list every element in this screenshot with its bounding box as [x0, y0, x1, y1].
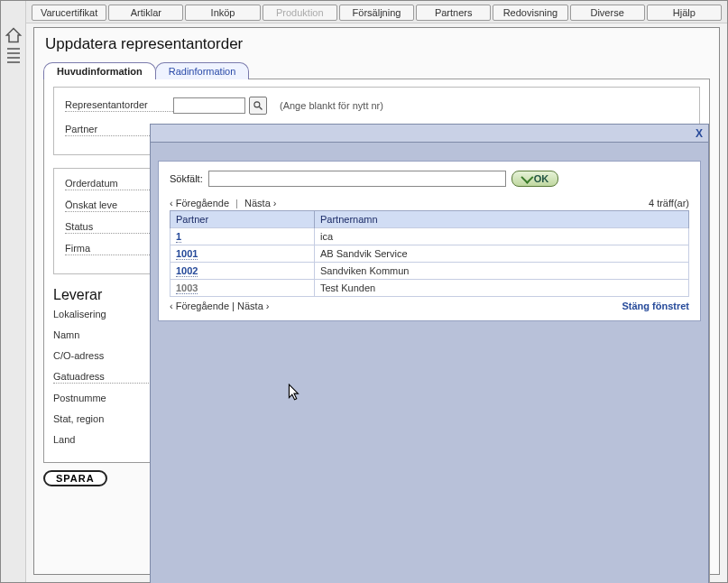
- search-icon: [253, 100, 263, 111]
- search-label: Sökfält:: [170, 173, 203, 184]
- label-namn: Namn: [53, 329, 161, 341]
- ok-button[interactable]: OK: [511, 171, 559, 187]
- table-row[interactable]: 1ica: [170, 228, 689, 245]
- page-title: Uppdatera representantorder: [43, 33, 710, 60]
- label-gatuadress: Gatuadress: [53, 371, 161, 384]
- menu-diverse[interactable]: Diverse: [570, 5, 645, 21]
- partner-id-link[interactable]: 1002: [176, 265, 198, 277]
- order-lookup-button[interactable]: [249, 97, 267, 115]
- label-stat: Stat, region: [53, 413, 161, 425]
- label-land: Land: [53, 434, 161, 446]
- next-link-top[interactable]: Nästa ›: [244, 198, 276, 208]
- menu-försäljning[interactable]: Försäljning: [339, 5, 414, 21]
- partner-id-link[interactable]: 1001: [176, 248, 198, 260]
- table-row[interactable]: 1003Test Kunden: [170, 280, 689, 297]
- partner-name-cell: Test Kunden: [315, 280, 689, 297]
- tab-radinformation[interactable]: Radinformation: [155, 62, 250, 79]
- menu-varucertifikat[interactable]: Varucertifikat: [32, 5, 106, 21]
- menu-lines-icon[interactable]: [7, 48, 20, 63]
- partner-name-cell: ica: [315, 228, 689, 245]
- close-window-link[interactable]: Stäng fönstret: [622, 301, 689, 311]
- label-lokalisering: Lokalisering: [53, 309, 161, 320]
- menu-artiklar[interactable]: Artiklar: [108, 5, 183, 21]
- result-count: 4 träff(ar): [649, 198, 689, 208]
- representantorder-input[interactable]: [173, 97, 245, 114]
- table-row[interactable]: 1002Sandviken Kommun: [170, 263, 689, 280]
- partner-id-link[interactable]: 1003: [176, 282, 198, 294]
- home-icon[interactable]: [5, 26, 23, 42]
- left-rail: [1, 1, 26, 582]
- svg-line-1: [260, 107, 263, 110]
- tab-huvudinformation[interactable]: Huvudinformation: [43, 62, 156, 79]
- menu-partners[interactable]: Partners: [416, 5, 491, 21]
- menu-produktion: Produktion: [263, 5, 337, 21]
- prev-link-bottom[interactable]: ‹ Föregående: [170, 301, 229, 311]
- save-button[interactable]: SPARA: [43, 470, 107, 486]
- label-postnr: Postnumme: [53, 393, 161, 404]
- order-hint: (Ange blankt för nytt nr): [280, 100, 383, 111]
- table-row[interactable]: 1001AB Sandvik Service: [170, 245, 689, 263]
- close-icon[interactable]: X: [696, 127, 703, 140]
- tabs: Huvudinformation Radinformation: [43, 62, 710, 79]
- results-table: Partner Partnernamn 1ica1001AB Sandvik S…: [170, 210, 689, 297]
- main-menu: VarucertifikatArtiklarInköpProduktionFör…: [26, 1, 727, 23]
- partner-id-link[interactable]: 1: [176, 231, 181, 243]
- search-input[interactable]: [208, 171, 506, 187]
- label-representantorder: Representantorder: [65, 99, 173, 112]
- menu-inköp[interactable]: Inköp: [185, 5, 260, 21]
- prev-link-top[interactable]: ‹ Föregående: [170, 198, 229, 208]
- col-partner[interactable]: Partner: [170, 211, 315, 228]
- partner-name-cell: AB Sandvik Service: [315, 245, 689, 263]
- svg-point-0: [254, 102, 260, 107]
- menu-hjälp[interactable]: Hjälp: [647, 5, 722, 21]
- col-partnernamn[interactable]: Partnernamn: [315, 211, 689, 228]
- partner-lookup-dialog: X Sökfält: OK ‹ Föregående | Nästa: [150, 124, 709, 583]
- menu-redovisning[interactable]: Redovisning: [493, 5, 567, 21]
- next-link-bottom[interactable]: Nästa ›: [237, 301, 269, 311]
- label-co: C/O-adress: [53, 350, 161, 362]
- partner-name-cell: Sandviken Kommun: [315, 263, 689, 280]
